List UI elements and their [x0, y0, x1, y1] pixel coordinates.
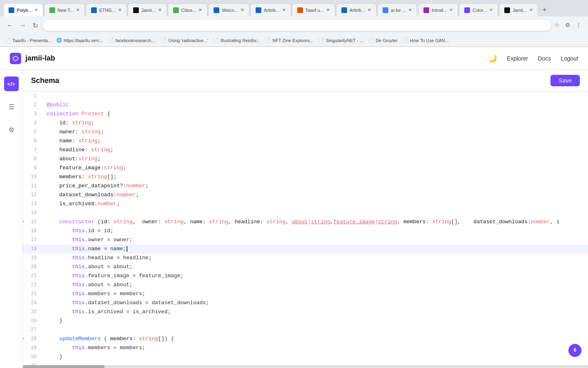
tab-polybase[interactable]: Polyb... ✕: [3, 3, 43, 16]
tab-label: Introd...: [432, 8, 447, 13]
tab-close[interactable]: ✕: [118, 7, 122, 13]
save-button[interactable]: Save: [550, 75, 580, 86]
editor-header: Schema Save: [23, 70, 588, 92]
tab-favicon: [9, 7, 14, 13]
tab-close[interactable]: ✕: [282, 7, 286, 13]
notification-bubble[interactable]: 6: [568, 344, 581, 357]
svg-marker-0: [13, 56, 18, 61]
tab-favicon: [464, 7, 470, 13]
tab-ai[interactable]: ai for ... ✕: [377, 3, 417, 16]
browser-chrome: Polyb... ✕ New T... ✕ ETHG... ✕ Jamii...…: [0, 0, 588, 47]
code-content: 1 2 @public 3 collection Project {: [23, 92, 588, 365]
tab-bar: Polyb... ✕ New T... ✕ ETHG... ✕ Jamii...…: [0, 0, 588, 16]
refresh-button[interactable]: ↻: [31, 20, 40, 31]
code-line: 6 name: string;: [23, 137, 588, 146]
app: jamii-lab 🌙 Explorer Docs Logout </> ☰ ⚙…: [0, 47, 588, 368]
code-line: 23 this.members = members;: [23, 289, 588, 298]
tab-label: New T...: [58, 8, 74, 13]
tab-jamii2[interactable]: Jamii... ✕: [499, 3, 538, 16]
bookmark-radioactive[interactable]: 📄 Using 'radioactive...': [161, 38, 208, 43]
tab-favicon: [256, 7, 261, 13]
editor-body[interactable]: 1 2 @public 3 collection Project {: [23, 92, 588, 365]
app-header: jamii-lab 🌙 Explorer Docs Logout: [0, 47, 588, 70]
nav-explorer[interactable]: Explorer: [507, 55, 528, 62]
forward-button[interactable]: →: [18, 20, 28, 31]
code-line: 4 id: string;: [23, 119, 588, 128]
tab-close[interactable]: ✕: [489, 7, 493, 13]
dark-mode-toggle[interactable]: 🌙: [488, 54, 497, 63]
bookmark-degruyter[interactable]: 📄 De Gruyter: [368, 38, 398, 43]
tab-label: Welco...: [222, 8, 238, 13]
bookmark-illustrating[interactable]: 📄 Illustrating Reinfor...: [213, 38, 260, 43]
code-line: 11 price_per_datapoint?:number;: [23, 182, 588, 191]
horizontal-scrollbar[interactable]: [23, 365, 588, 368]
extension-icon[interactable]: ⚙: [565, 22, 572, 29]
code-line: 15▾ constructor (id: string, owner: stri…: [23, 218, 588, 227]
code-line: 5 owner: string;: [23, 128, 588, 137]
bookmark-taarifu[interactable]: 📄 Taarifu - Presenta...: [5, 38, 51, 43]
nav-docs[interactable]: Docs: [538, 55, 551, 62]
tab-close[interactable]: ✕: [529, 7, 533, 13]
code-line: 21 this.feature_image = feature_image;: [23, 272, 588, 280]
tab-jamii[interactable]: Jamii... ✕: [128, 3, 167, 16]
header-nav: 🌙 Explorer Docs Logout: [488, 54, 578, 63]
code-line: 24 this.dataset_downloads = dataset_down…: [23, 298, 588, 307]
tab-close[interactable]: ✕: [34, 7, 38, 13]
tab-close[interactable]: ✕: [76, 7, 80, 13]
tab-citizen[interactable]: Citize... ✕: [168, 3, 208, 16]
tab-arttrib1[interactable]: Arttrib... ✕: [250, 3, 291, 16]
app-logo: jamii-lab: [10, 53, 55, 64]
app-title: jamii-lab: [25, 54, 55, 63]
code-line: 19 this.headline = headline;: [23, 254, 588, 263]
tab-favicon: [423, 7, 429, 13]
tab-close[interactable]: ✕: [241, 7, 244, 13]
tab-close[interactable]: ✕: [449, 7, 453, 13]
menu-icon[interactable]: ⋮: [576, 22, 583, 29]
tab-close[interactable]: ✕: [158, 7, 162, 13]
sidebar-item-code[interactable]: </>: [4, 76, 19, 91]
sidebar-item-settings[interactable]: ⚙: [4, 122, 19, 137]
bookmark-singularity[interactable]: 📄 SingularityNET - ...: [318, 38, 363, 43]
bookmark-nft[interactable]: 📄 NFT Zine Explores...: [265, 38, 314, 43]
tab-favicon: [504, 7, 510, 13]
tab-ethg[interactable]: ETHG... ✕: [86, 3, 127, 16]
sidebar-item-list[interactable]: ☰: [4, 99, 19, 114]
tab-close[interactable]: ✕: [368, 7, 371, 13]
code-line: 2 @public: [23, 101, 588, 110]
editor-container: Schema Save 1 2 @public: [23, 70, 588, 368]
tab-favicon: [173, 7, 179, 13]
address-input[interactable]: explorer.testnet.polybase.xyz/studio/pk%…: [43, 20, 551, 31]
tab-intro[interactable]: Introd... ✕: [418, 3, 458, 16]
tab-label: Jamii...: [512, 8, 527, 13]
back-button[interactable]: ←: [5, 20, 15, 31]
tab-arttrib2[interactable]: Arttrib... ✕: [336, 3, 377, 16]
code-line: 30 }: [23, 352, 588, 361]
tab-label: Taarif u...: [305, 8, 324, 13]
tab-favicon: [341, 7, 347, 13]
bookmark-fb[interactable]: 📄 facebookresearch....: [108, 38, 156, 43]
code-line-highlighted: 18 this.name = name;: [23, 245, 588, 254]
tab-label: Color...: [472, 8, 487, 13]
tab-taarifu[interactable]: Taarif u... ✕: [292, 3, 335, 16]
tab-close[interactable]: ✕: [326, 7, 330, 13]
bookmark-taarifu-url[interactable]: 🌐 https://taarifu.verc...: [56, 38, 103, 43]
schema-title: Schema: [31, 76, 59, 85]
sidebar: </> ☰ ⚙: [0, 70, 23, 368]
new-tab-button[interactable]: +: [539, 6, 550, 14]
code-line: 29 this.members = members;: [23, 343, 588, 352]
tab-favicon: [383, 7, 388, 13]
logo-icon: [10, 53, 21, 64]
bookmark-gan[interactable]: 📄 How To Use GAN...: [403, 38, 449, 43]
scrollbar-thumb[interactable]: [23, 365, 105, 368]
tab-close[interactable]: ✕: [198, 7, 202, 13]
bookmark-icon[interactable]: ☆: [555, 22, 562, 29]
tab-welco[interactable]: Welco... ✕: [208, 3, 249, 16]
settings-icon: ⚙: [9, 126, 14, 134]
tab-new-t[interactable]: New T... ✕: [44, 3, 85, 16]
tab-label: ETHG...: [99, 8, 116, 13]
tab-close[interactable]: ✕: [408, 7, 412, 13]
logout-button[interactable]: Logout: [561, 55, 578, 62]
tab-label: Jamii...: [141, 8, 156, 13]
tab-color[interactable]: Color... ✕: [459, 3, 498, 16]
code-line: 3 collection Project {: [23, 110, 588, 119]
